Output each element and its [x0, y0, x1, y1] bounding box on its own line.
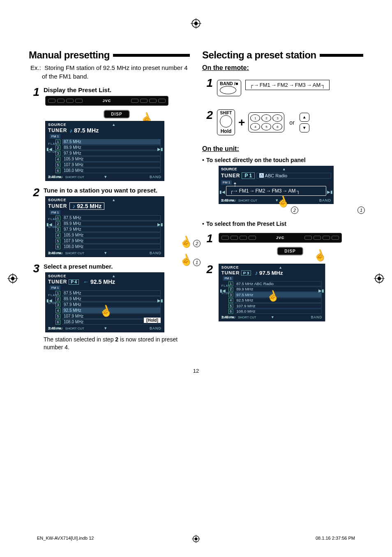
unit-step-2: 2 SOURCE▲ TUNER P 3 ♪ 97.5 MHz FM 1 FLAT…	[202, 264, 363, 324]
disp-button: DISP	[104, 110, 129, 118]
step-number: 1	[29, 86, 39, 98]
heading-text: Manual presetting	[29, 49, 110, 61]
unit-step-1: 1 JVC DISP ☝	[202, 233, 363, 258]
plus-icon: +	[238, 116, 245, 129]
from-list-label: •To select from the Preset List	[202, 220, 363, 227]
callout-1: 1	[357, 207, 365, 214]
registration-mark-icon	[192, 535, 200, 543]
step-2: 2 Tune in to a station you want to prese…	[29, 187, 190, 257]
up-icon: ▲	[300, 113, 309, 122]
jvc-logo: JVC	[103, 99, 111, 103]
registration-mark-icon	[7, 273, 18, 284]
remote-step-2: 2 SHIFT Hold + 123 456 or ▲ ▼	[202, 109, 363, 135]
footer-left: EN_KW-AVX714[UI].indb 12	[37, 536, 94, 541]
band-chain: ┌→ FM1→ FM2→ FM3→ AM ┐	[245, 80, 330, 90]
intro-text: Ex.: Storing FM station of 92.5 MHz into…	[40, 63, 190, 81]
numeric-keypad: 123 456	[248, 112, 284, 132]
tuner-list-screen: SOURCE▲ TUNER P 3 ♪ 97.5 MHz FM 1 FLAT S…	[219, 264, 325, 321]
callout-2: 2	[193, 240, 201, 247]
hold-badge: [Hold]	[144, 318, 161, 323]
next-icon: ▶▮	[157, 147, 163, 151]
up-down-buttons: ▲ ▼	[300, 113, 309, 132]
step-label: Tune in to a station you want to preset.	[44, 187, 190, 194]
band-chain-touch: ┌→ FM1→ FM2→ FM3→ AM┐	[226, 186, 326, 196]
hand-icon: ☝	[311, 247, 328, 264]
tuner-touch-screen: SOURCE▲ TUNER P 1 🅰 ABC Radio FM 1 ⇡ ▮◀ …	[219, 166, 334, 204]
tuner-screen-2: SOURCE▲ TUNER ♪ 92.5 MHz FM 1 FLAT ST DX…	[45, 196, 164, 257]
heading-rule	[113, 54, 190, 57]
registration-mark-icon	[374, 273, 385, 284]
tuner-screen-1: SOURCE▲ TUNER ♪ 87.5 MHz FM 1 FLAT ST DX…	[45, 121, 164, 181]
disp-button-illustration: DISP ☝	[44, 110, 190, 118]
page-number: 12	[29, 368, 363, 374]
registration-mark-icon	[191, 18, 201, 29]
selecting-preset-heading: Selecting a preset station	[202, 49, 363, 61]
faceplate-illustration: JVC	[219, 233, 342, 243]
down-icon: ▼	[300, 123, 309, 132]
on-remote-subhead: On the remote:	[202, 64, 363, 72]
down-arrow-icon: ▼	[104, 175, 107, 179]
callout-1: 1	[193, 259, 201, 266]
step-label: Display the Preset List.	[44, 86, 190, 93]
up-arrow-icon: ▲	[112, 123, 116, 127]
tuner-screen-3: SOURCE▲ TUNER P 4 ← 92.5 MHz FM 1 FLAT S…	[45, 272, 164, 332]
step-number: 3	[29, 263, 39, 274]
shift-button-icon	[220, 115, 232, 128]
hand-icon: ☝	[274, 193, 291, 210]
step-1: 1 Display the Preset List. JVC DISP ☝ SO…	[29, 86, 190, 181]
right-column: Selecting a preset station On the remote…	[202, 49, 363, 351]
footer: EN_KW-AVX714[UI].indb 12 08.1.16 2:37:56…	[37, 536, 355, 541]
left-column: Manual presetting Ex.: Storing FM statio…	[29, 49, 190, 351]
step-3: 3 Select a preset number. SOURCE▲ TUNER …	[29, 263, 190, 351]
manual-presetting-heading: Manual presetting	[29, 49, 190, 61]
step-number: 2	[29, 187, 39, 198]
faceplate-illustration: JVC	[45, 96, 168, 106]
callout-2: 2	[291, 207, 298, 214]
step-label: Select a preset number.	[44, 263, 190, 270]
band-button-icon	[220, 86, 236, 94]
step-3-description: The station selected in step 2 is now st…	[44, 336, 190, 351]
on-unit-subhead: On the unit:	[202, 145, 363, 153]
prev-icon: ▮◀	[46, 147, 52, 151]
footer-right: 08.1.16 2:37:56 PM	[316, 536, 355, 541]
remote-step-1: 1 BAND /■ ┌→ FM1→ FM2→ FM3→ AM ┐	[202, 77, 363, 104]
disp-button-illustration: DISP ☝	[217, 247, 363, 255]
direct-select-label: •To select directly on the touch panel	[202, 157, 363, 163]
heading-rule	[320, 54, 363, 57]
heading-text: Selecting a preset station	[202, 49, 316, 61]
hand-icon: ☝	[178, 234, 194, 250]
